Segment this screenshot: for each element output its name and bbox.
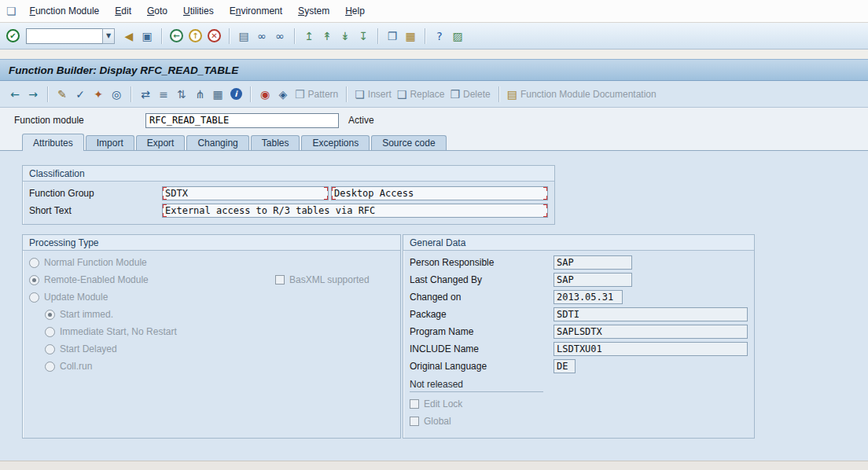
package-label: Package bbox=[410, 309, 554, 320]
basxml-checkbox[interactable] bbox=[275, 275, 285, 285]
function-module-header: Function module Active bbox=[0, 108, 868, 133]
include-name-input[interactable] bbox=[554, 342, 748, 356]
previous-page-button[interactable]: ↟ bbox=[319, 27, 335, 46]
delete-button[interactable]: ❒Delete bbox=[448, 85, 491, 104]
attributes-tab-content: Classification Function Group Short Text… bbox=[0, 150, 868, 461]
general-data-row: Last Changed By bbox=[410, 271, 748, 288]
toolbar-separator bbox=[161, 28, 162, 44]
person-responsible-input[interactable] bbox=[554, 255, 632, 270]
activate-button[interactable]: ✦ bbox=[90, 85, 106, 104]
menu-goto[interactable]: Goto bbox=[140, 3, 175, 19]
classification-groupbox: Classification Function Group Short Text bbox=[22, 165, 555, 225]
sort-button[interactable]: ⇅ bbox=[174, 85, 189, 104]
tab-tables[interactable]: Tables bbox=[251, 135, 300, 150]
exit-button[interactable]: ↑ bbox=[187, 27, 204, 46]
find-button[interactable]: ∞ bbox=[254, 27, 270, 46]
info-button[interactable]: i bbox=[228, 85, 244, 104]
red-x-icon: ✕ bbox=[208, 29, 221, 42]
general-data-row: Package bbox=[410, 306, 748, 323]
include-name-label: INCLUDE Name bbox=[410, 343, 554, 354]
last-changed-by-label: Last Changed By bbox=[410, 274, 554, 285]
test-button[interactable]: ◎ bbox=[108, 85, 124, 104]
nav-forward-button[interactable]: → bbox=[25, 85, 41, 104]
tab-attributes[interactable]: Attributes bbox=[22, 134, 84, 151]
toolbar-separator bbox=[250, 86, 251, 102]
tab-changing[interactable]: Changing bbox=[186, 135, 248, 150]
new-session-button[interactable]: ❐ bbox=[384, 27, 400, 46]
help-button[interactable]: ? bbox=[432, 27, 447, 46]
insert-button[interactable]: ❏Insert bbox=[353, 85, 393, 104]
command-history-dropdown[interactable]: ▼ bbox=[102, 28, 115, 44]
back-button[interactable]: ← bbox=[168, 27, 185, 46]
changed-on-input[interactable] bbox=[554, 290, 623, 304]
check-button[interactable]: ✓ bbox=[72, 85, 88, 104]
last-page-button[interactable]: ↧ bbox=[355, 27, 371, 46]
tab-import[interactable]: Import bbox=[86, 135, 134, 150]
processing-type-title: Processing Type bbox=[23, 235, 400, 251]
radio-normal-function-module[interactable] bbox=[29, 258, 39, 268]
page-title: Function Builder: Display RFC_READ_TABLE bbox=[9, 64, 238, 76]
function-module-documentation-button-label: Function Module Documentation bbox=[520, 89, 657, 100]
radio-start-delayed[interactable] bbox=[45, 344, 55, 354]
function-module-input[interactable] bbox=[145, 113, 339, 128]
edit-lock-checkbox[interactable] bbox=[410, 399, 419, 409]
menu-utilities[interactable]: Utilities bbox=[176, 3, 221, 19]
tab-exceptions[interactable]: Exceptions bbox=[301, 135, 370, 150]
radio-start-immed[interactable] bbox=[45, 310, 55, 320]
nav-back-button[interactable]: ← bbox=[7, 85, 23, 104]
tab-export[interactable]: Export bbox=[136, 135, 186, 150]
function-group-input[interactable] bbox=[162, 186, 329, 200]
versions-button[interactable]: ≡ bbox=[156, 85, 171, 104]
binoculars-icon: ∞ bbox=[257, 31, 267, 42]
command-field[interactable] bbox=[26, 28, 103, 44]
execute-icon: ◎ bbox=[112, 89, 121, 100]
global-checkbox[interactable] bbox=[410, 417, 419, 426]
function-group-label: Function Group bbox=[29, 188, 162, 199]
processing-option-row: Normal Function Module bbox=[29, 254, 394, 271]
print-button[interactable]: ▤ bbox=[236, 27, 252, 46]
pretty-printer-button[interactable]: ◈ bbox=[275, 85, 291, 104]
menu-system[interactable]: System bbox=[291, 3, 337, 19]
system-menu-icon[interactable]: ❏ bbox=[6, 5, 17, 17]
save-button[interactable]: ▣ bbox=[139, 27, 155, 46]
create-shortcut-button[interactable]: ▦ bbox=[403, 27, 418, 46]
menu-environment[interactable]: Environment bbox=[223, 3, 289, 19]
tab-label: Attributes bbox=[33, 138, 73, 149]
enter-button[interactable]: ✔ bbox=[5, 27, 21, 46]
find-next-button[interactable]: ∞ bbox=[272, 27, 288, 46]
menu-function-module[interactable]: Function Module bbox=[23, 3, 107, 19]
magic-wand-icon: ✦ bbox=[94, 89, 103, 100]
function-group-description-input[interactable] bbox=[331, 186, 548, 200]
original-language-label: Original Language bbox=[410, 361, 554, 372]
hierarchy-button[interactable]: ⋔ bbox=[192, 85, 208, 104]
package-input[interactable] bbox=[554, 307, 748, 321]
toolbar-separator bbox=[131, 86, 131, 102]
radio-coll-run[interactable] bbox=[45, 362, 55, 372]
short-text-input[interactable] bbox=[162, 204, 548, 218]
syntax-check-button[interactable]: ◉ bbox=[257, 85, 273, 104]
original-language-input[interactable] bbox=[554, 359, 576, 373]
radio-immediate-start-no-restart[interactable] bbox=[45, 327, 55, 337]
check-glasses-icon: ✓ bbox=[75, 89, 85, 100]
cancel-button[interactable]: ✕ bbox=[206, 27, 223, 46]
collapse-command-field-button[interactable]: ◀ bbox=[121, 27, 137, 46]
program-name-input[interactable] bbox=[554, 325, 748, 339]
display-change-button[interactable]: ✎ bbox=[54, 85, 70, 104]
radio-update-module[interactable] bbox=[29, 292, 39, 303]
where-used-button[interactable]: ⇄ bbox=[138, 85, 153, 104]
next-page-button[interactable]: ↡ bbox=[337, 27, 353, 46]
replace-button[interactable]: ❑Replace bbox=[395, 85, 447, 104]
last-changed-by-input[interactable] bbox=[554, 273, 632, 287]
function-module-documentation-button[interactable]: ▤Function Module Documentation bbox=[506, 85, 658, 104]
syntax-check-icon: ◉ bbox=[260, 89, 270, 100]
menu-help[interactable]: Help bbox=[338, 3, 372, 19]
tab-source-code[interactable]: Source code bbox=[371, 135, 446, 150]
first-page-button[interactable]: ↥ bbox=[301, 27, 317, 46]
radio-remote-enabled-module[interactable] bbox=[29, 275, 39, 285]
customize-layout-button[interactable]: ▨ bbox=[450, 27, 465, 46]
update-option-row: Start Delayed bbox=[29, 340, 394, 358]
table-settings-button[interactable]: ▦ bbox=[210, 85, 226, 104]
menu-edit[interactable]: Edit bbox=[108, 3, 138, 19]
pattern-button[interactable]: ❒Pattern bbox=[293, 85, 340, 104]
active-status: Active bbox=[348, 115, 374, 126]
